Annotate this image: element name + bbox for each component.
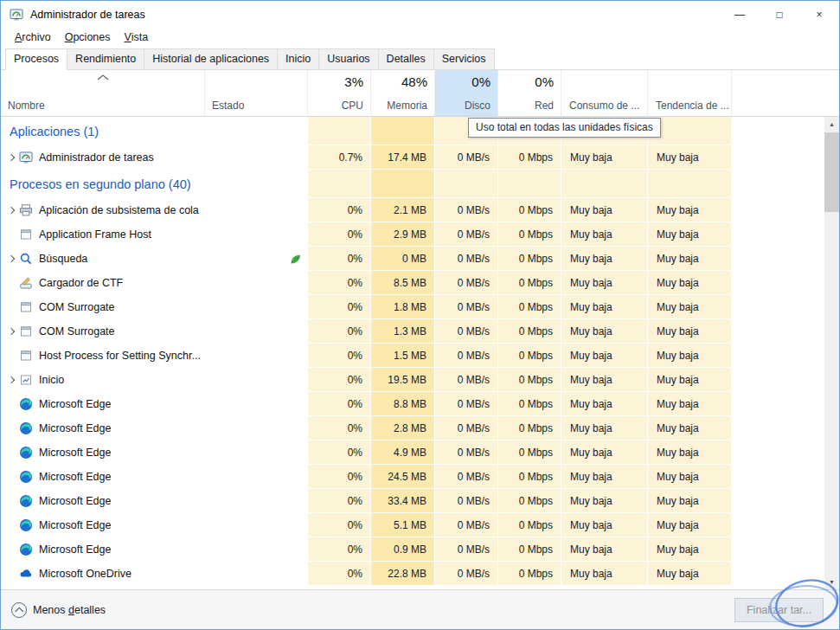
tab-historial-de-aplicaciones[interactable]: Historial de aplicaciones — [144, 48, 278, 70]
menu-vista[interactable]: Vista — [118, 29, 156, 45]
network-cell: 0 Mbps — [498, 319, 561, 344]
network-cell: 0 Mbps — [498, 440, 561, 465]
network-cell — [498, 170, 561, 198]
process-row[interactable]: Microsoft OneDrive0%22.8 MB0 MB/s0 MbpsM… — [1, 562, 824, 586]
less-details-toggle[interactable]: Menos detalles — [11, 602, 106, 618]
cpu-cell — [308, 117, 371, 145]
status-cell — [205, 295, 308, 319]
column-header-memoria[interactable]: 48%Memoria — [371, 70, 435, 116]
column-header-consumo-de[interactable]: Consumo de ... — [561, 70, 648, 116]
network-cell: 0 Mbps — [498, 344, 561, 368]
process-row[interactable]: Aplicación de subsistema de cola0%2.1 MB… — [1, 198, 824, 222]
process-row[interactable]: Microsoft Edge0%33.4 MB0 MB/s0 MbpsMuy b… — [1, 489, 824, 513]
column-header-nombre[interactable]: Nombre — [1, 70, 205, 116]
process-row[interactable]: Microsoft Edge0%4.9 MB0 MB/s0 MbpsMuy ba… — [1, 440, 824, 465]
power-trend-cell: Muy baja — [648, 198, 732, 222]
process-row[interactable]: Microsoft Edge0%8.8 MB0 MB/s0 MbpsMuy ba… — [1, 392, 824, 416]
expand-chevron-icon — [3, 562, 19, 586]
process-row[interactable]: COM Surrogate0%1.3 MB0 MB/s0 MbpsMuy baj… — [1, 319, 824, 344]
process-name-cell: Aplicación de subsistema de cola — [1, 198, 205, 222]
process-name: Microsoft Edge — [39, 471, 111, 483]
scroll-thumb[interactable] — [824, 132, 839, 212]
scroll-up-button[interactable]: ▲ — [824, 117, 839, 132]
memory-cell — [371, 170, 435, 198]
scroll-down-button[interactable]: ▼ — [824, 575, 839, 589]
process-name-cell: Administrador de tareas — [1, 145, 205, 170]
vertical-scrollbar[interactable]: ▲ ▼ — [824, 117, 839, 589]
memory-cell: 33.4 MB — [371, 489, 435, 513]
memory-cell: 2.9 MB — [371, 222, 435, 247]
row-filler — [732, 295, 824, 319]
process-row[interactable]: Application Frame Host0%2.9 MB0 MB/s0 Mb… — [1, 222, 824, 247]
task-manager-window: Administrador de tareas — □ × ArchivoOpc… — [0, 0, 840, 630]
column-header-estado[interactable]: Estado — [205, 70, 308, 116]
menu-archivo[interactable]: Archivo — [8, 29, 58, 45]
disk-cell: 0 MB/s — [435, 392, 498, 416]
process-row[interactable]: Microsoft Edge0%2.8 MB0 MB/s0 MbpsMuy ba… — [1, 416, 824, 440]
tab-usuarios[interactable]: Usuarios — [318, 48, 378, 70]
maximize-button[interactable]: □ — [760, 1, 799, 28]
ctf-loader-icon — [19, 276, 33, 290]
power-usage-cell: Muy baja — [561, 416, 648, 440]
process-name-cell: Búsqueda — [1, 247, 205, 271]
row-filler — [732, 117, 824, 145]
tab-servicios[interactable]: Servicios — [433, 48, 495, 70]
process-row[interactable]: Microsoft Edge0%24.5 MB0 MB/s0 MbpsMuy b… — [1, 465, 824, 489]
network-cell: 0 Mbps — [498, 271, 561, 295]
process-row[interactable]: Búsqueda0%0 MB0 MB/s0 MbpsMuy bajaMuy ba… — [1, 247, 824, 271]
expand-chevron-icon — [3, 537, 19, 562]
minimize-button[interactable]: — — [720, 1, 760, 28]
expand-chevron-icon[interactable] — [3, 319, 19, 344]
row-filler — [732, 170, 824, 198]
row-filler — [732, 222, 824, 247]
memory-cell: 5.1 MB — [371, 513, 435, 537]
group-row[interactable]: Aplicaciones (1) — [1, 117, 824, 145]
tab-detalles[interactable]: Detalles — [378, 48, 434, 70]
process-name: Application Frame Host — [39, 228, 151, 241]
edge-icon — [19, 543, 33, 556]
end-task-button[interactable]: Finalizar tar... — [734, 598, 824, 622]
name-column-label: Nombre — [8, 100, 45, 112]
row-filler — [732, 344, 824, 368]
process-name: Microsoft Edge — [39, 519, 111, 531]
expand-chevron-icon — [3, 513, 19, 537]
column-header-red[interactable]: 0%Red — [498, 70, 561, 116]
tab-bar: ProcesosRendimientoHistorial de aplicaci… — [1, 47, 839, 70]
process-row[interactable]: Microsoft Edge0%0.9 MB0 MB/s0 MbpsMuy ba… — [1, 537, 824, 562]
close-button[interactable]: × — [799, 1, 839, 28]
network-cell: 0 Mbps — [498, 513, 561, 537]
column-header-tendencia-de[interactable]: Tendencia de ... — [648, 70, 732, 116]
com-surrogate-icon — [19, 325, 33, 338]
power-trend-cell: Muy baja — [648, 440, 732, 465]
status-cell — [205, 198, 308, 222]
column-header-cpu[interactable]: 3%CPU — [308, 70, 371, 116]
menu-opciones[interactable]: Opciones — [58, 29, 118, 45]
process-row[interactable]: Inicio0%19.5 MB0 MB/s0 MbpsMuy bajaMuy b… — [1, 368, 824, 392]
process-row[interactable]: Administrador de tareas0.7%17.4 MB0 MB/s… — [1, 145, 824, 170]
disk-cell: 0 MB/s — [435, 562, 498, 586]
expand-chevron-icon[interactable] — [3, 368, 19, 392]
network-cell: 0 Mbps — [498, 198, 561, 222]
power-usage-cell: Muy baja — [561, 145, 648, 170]
status-cell — [205, 170, 308, 198]
process-row[interactable]: Microsoft Edge0%5.1 MB0 MB/s0 MbpsMuy ba… — [1, 513, 824, 537]
process-name: COM Surrogate — [39, 325, 115, 338]
memory-cell: 22.8 MB — [371, 562, 435, 586]
group-row[interactable]: Procesos en segundo plano (40) — [1, 170, 824, 198]
expand-chevron-icon[interactable] — [3, 247, 19, 271]
tab-procesos[interactable]: Procesos — [5, 48, 67, 70]
power-trend-cell: Muy baja — [648, 295, 732, 319]
process-row[interactable]: COM Surrogate0%1.8 MB0 MB/s0 MbpsMuy baj… — [1, 295, 824, 319]
expand-chevron-icon[interactable] — [3, 198, 19, 222]
collapse-chevron-icon — [11, 602, 27, 618]
tab-inicio[interactable]: Inicio — [277, 48, 319, 70]
disk-cell — [435, 170, 498, 198]
tab-rendimiento[interactable]: Rendimiento — [67, 48, 144, 70]
process-row[interactable]: Host Process for Setting Synchr...0%1.5 … — [1, 344, 824, 368]
onedrive-icon — [19, 567, 33, 581]
process-row[interactable]: Cargador de CTF0%8.5 MB0 MB/s0 MbpsMuy b… — [1, 271, 824, 295]
disk-cell: 0 MB/s — [435, 465, 498, 489]
expand-chevron-icon[interactable] — [3, 145, 19, 170]
column-header-disco[interactable]: 0%Disco — [435, 70, 498, 116]
process-name-cell: Microsoft Edge — [1, 537, 205, 562]
